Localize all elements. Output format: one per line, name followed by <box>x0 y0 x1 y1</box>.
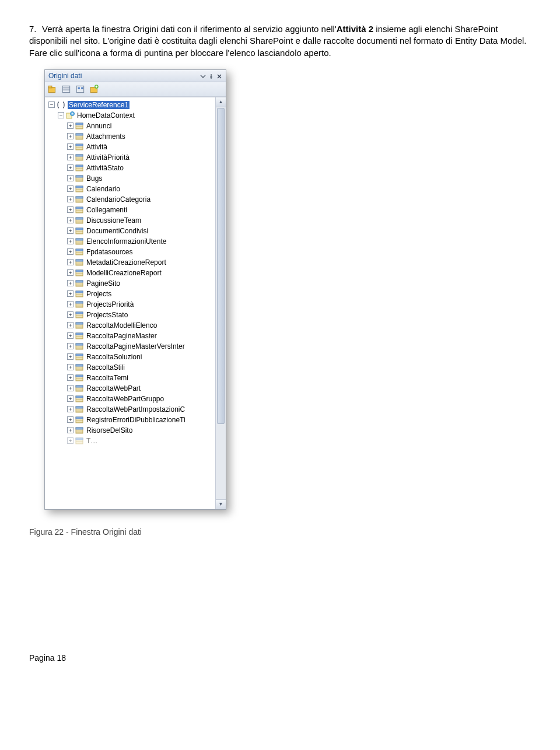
item-label[interactable]: MetadatiCreazioneReport <box>86 258 166 267</box>
item-label[interactable]: RaccoltaSoluzioni <box>86 353 142 361</box>
expand-icon[interactable]: + <box>67 280 74 286</box>
tree-item-row[interactable]: +ProjectsStato <box>46 310 226 320</box>
tree-view[interactable]: ▲ ▼ − ServiceReference1 − HomeDataContex… <box>45 97 226 509</box>
tree-item-row[interactable]: +RaccoltaPagineMaster <box>46 331 226 341</box>
tree-root-row[interactable]: − ServiceReference1 <box>46 100 226 110</box>
item-label[interactable]: ModelliCreazioneReport <box>86 269 162 277</box>
item-label[interactable]: Attachments <box>86 132 125 141</box>
tree-item-row[interactable]: +RaccoltaTemi <box>46 373 226 383</box>
item-label[interactable]: Annunci <box>86 122 111 130</box>
expand-icon[interactable]: − <box>48 101 55 108</box>
expand-icon[interactable]: + <box>67 206 74 213</box>
expand-icon[interactable]: + <box>67 269 74 276</box>
tree-item-row[interactable]: +ElencoInformazioniUtente <box>46 236 226 247</box>
item-label[interactable]: DocumentiCondivisi <box>86 227 148 235</box>
expand-icon[interactable]: + <box>67 406 74 412</box>
tree-item-row[interactable]: +RaccoltaWebPart <box>46 383 226 394</box>
tree-item-row[interactable]: +RaccoltaSoluzioni <box>46 352 226 362</box>
expand-icon[interactable]: + <box>67 343 74 349</box>
tree-item-row[interactable]: +MetadatiCreazioneReport <box>46 257 226 268</box>
item-label[interactable]: Calendario <box>86 185 120 193</box>
expand-icon[interactable]: + <box>67 374 74 381</box>
item-label[interactable]: DiscussioneTeam <box>86 216 141 225</box>
tree-item-row[interactable]: +DocumentiCondivisi <box>46 226 226 236</box>
toolbar-btn-3[interactable] <box>75 84 86 94</box>
item-label[interactable]: ProjectsPriorità <box>86 300 134 309</box>
item-label[interactable]: RaccoltaModelliElenco <box>86 321 157 330</box>
scroll-down-icon[interactable]: ▼ <box>216 499 226 509</box>
tree-item-row[interactable]: +CalendarioCategoria <box>46 194 226 205</box>
item-label[interactable]: CalendarioCategoria <box>86 195 150 204</box>
item-label[interactable]: AttivitàPriorità <box>86 153 130 162</box>
toolbar-btn-1[interactable] <box>47 84 58 94</box>
item-label[interactable]: Fpdatasources <box>86 248 132 256</box>
item-label[interactable]: RaccoltaTemi <box>86 374 128 382</box>
tree-item-row[interactable]: +RegistroErroriDiPubblicazioneTi <box>46 415 226 425</box>
tree-item-row[interactable]: +Attachments <box>46 131 226 142</box>
expand-icon[interactable]: + <box>67 311 74 318</box>
expand-icon[interactable]: + <box>67 332 74 339</box>
toolbar-btn-refresh[interactable] <box>89 84 100 94</box>
item-label[interactable]: RaccoltaStili <box>86 363 125 372</box>
item-label[interactable]: AttivitàStato <box>86 164 124 172</box>
item-label[interactable]: RaccoltaWebPartGruppo <box>86 395 164 403</box>
expand-icon[interactable]: + <box>67 427 74 433</box>
scrollbar[interactable]: ▲ ▼ <box>215 97 226 509</box>
expand-icon[interactable]: + <box>67 322 74 328</box>
tree-item-row[interactable]: +RaccoltaWebPartGruppo <box>46 394 226 404</box>
tree-item-row[interactable]: +AttivitàStato <box>46 163 226 173</box>
expand-icon[interactable]: + <box>67 175 74 181</box>
tree-item-row[interactable]: +Annunci <box>46 121 226 131</box>
expand-icon[interactable]: + <box>67 164 74 171</box>
tree-item-row[interactable]: +AttivitàPriorità <box>46 152 226 163</box>
dropdown-icon[interactable] <box>200 73 206 79</box>
item-label[interactable]: RaccoltaWebPart <box>86 384 141 392</box>
item-label[interactable]: Attività <box>86 143 107 151</box>
scroll-up-icon[interactable]: ▲ <box>216 97 226 107</box>
expand-icon[interactable]: − <box>58 112 64 118</box>
scroll-thumb[interactable] <box>217 108 225 424</box>
tree-item-row[interactable]: +RaccoltaStili <box>46 362 226 373</box>
item-label[interactable]: RaccoltaPagineMaster <box>86 332 157 340</box>
tree-item-row[interactable]: +DiscussioneTeam <box>46 215 226 226</box>
expand-icon[interactable]: + <box>67 353 74 360</box>
tree-item-row[interactable]: +RaccoltaPagineMasterVersInter <box>46 341 226 352</box>
expand-icon[interactable]: + <box>67 395 74 402</box>
expand-icon[interactable]: + <box>67 227 74 234</box>
tree-item-row[interactable]: +Calendario <box>46 184 226 194</box>
tree-item-row[interactable]: +Fpdatasources <box>46 247 226 257</box>
expand-icon[interactable]: + <box>67 437 74 444</box>
pin-icon[interactable] <box>208 73 214 79</box>
item-label[interactable]: ElencoInformazioniUtente <box>86 237 166 246</box>
expand-icon[interactable]: + <box>67 416 74 423</box>
expand-icon[interactable]: + <box>67 154 74 160</box>
item-label[interactable]: RegistroErroriDiPubblicazioneTi <box>86 416 186 424</box>
tree-item-row[interactable]: +Attività <box>46 142 226 152</box>
close-icon[interactable] <box>216 73 222 79</box>
toolbar-btn-2[interactable] <box>61 84 72 94</box>
item-label[interactable]: PagineSito <box>86 279 120 288</box>
item-label[interactable]: Collegamenti <box>86 206 127 214</box>
item-label[interactable]: T… <box>86 437 97 445</box>
expand-icon[interactable]: + <box>67 301 74 307</box>
expand-icon[interactable]: + <box>67 248 74 255</box>
expand-icon[interactable]: + <box>67 185 74 192</box>
expand-icon[interactable]: + <box>67 259 74 265</box>
tree-item-row[interactable]: +Collegamenti <box>46 205 226 215</box>
expand-icon[interactable]: + <box>67 217 74 223</box>
expand-icon[interactable]: + <box>67 122 74 129</box>
item-label[interactable]: RaccoltaWebPartImpostazioniC <box>86 405 185 413</box>
tree-item-row[interactable]: +RaccoltaModelliElenco <box>46 320 226 331</box>
tree-item-row[interactable]: +ModelliCreazioneReport <box>46 268 226 278</box>
expand-icon[interactable]: + <box>67 143 74 150</box>
expand-icon[interactable]: + <box>67 364 74 370</box>
tree-item-row[interactable]: +ProjectsPriorità <box>46 299 226 310</box>
expand-icon[interactable]: + <box>67 196 74 202</box>
tree-context-row[interactable]: − HomeDataContext <box>46 110 226 121</box>
expand-icon[interactable]: + <box>67 290 74 297</box>
tree-item-row[interactable]: +Bugs <box>46 173 226 184</box>
root-label[interactable]: ServiceReference1 <box>68 101 130 109</box>
tree-item-row[interactable]: +PagineSito <box>46 278 226 289</box>
item-label[interactable]: Projects <box>86 290 111 298</box>
tree-item-row[interactable]: +RaccoltaWebPartImpostazioniC <box>46 404 226 415</box>
